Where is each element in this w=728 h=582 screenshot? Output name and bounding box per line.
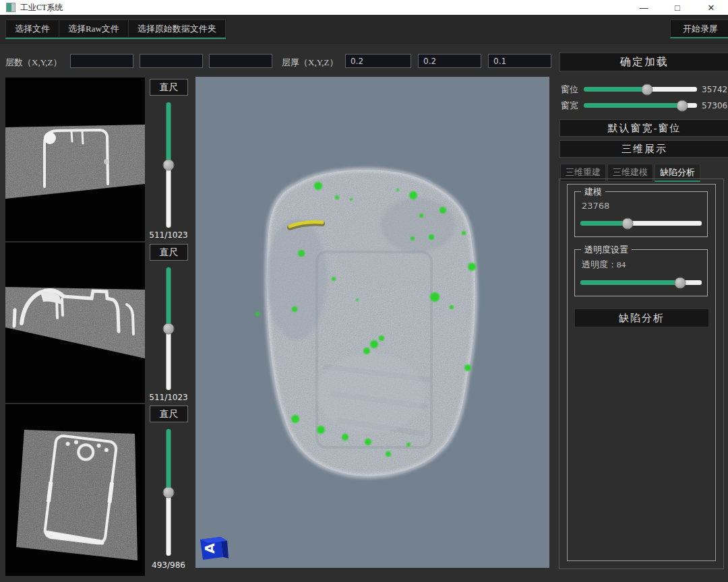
thickness-z-input[interactable] [488, 54, 551, 68]
layers-x-input[interactable] [70, 54, 133, 68]
orientation-cube[interactable]: A [200, 537, 229, 560]
main-toolbar: 选择文件 选择Raw文件 选择原始数据文件夹 开始录屏 [0, 15, 728, 44]
maximize-icon[interactable]: □ [661, 0, 694, 15]
select-file-button[interactable]: 选择文件 [5, 20, 59, 38]
volume-render: A [195, 77, 549, 568]
transparency-group: 透明度设置 透明度：84 [574, 249, 708, 296]
window-width-value: 57306 [702, 101, 727, 110]
slice-slider-handle-1[interactable] [163, 160, 175, 171]
ct-slice-image-3 [5, 404, 145, 576]
app-icon [6, 3, 16, 12]
start-record-button[interactable]: 开始录屏 [670, 20, 728, 38]
close-icon[interactable]: ✕ [694, 0, 728, 15]
slice-slider-value-3: 493/986 [147, 560, 190, 570]
confirm-load-button[interactable]: 确定加载 [559, 53, 728, 71]
window-title: 工业CT系统 [20, 2, 63, 13]
transparency-slider-handle[interactable] [674, 277, 686, 288]
ruler-button-1[interactable]: 直尺 [150, 79, 188, 96]
display-3d-button[interactable]: 三维展示 [559, 140, 728, 158]
modeling-group-title: 建模 [581, 186, 605, 198]
ruler-button-2[interactable]: 直尺 [150, 244, 188, 261]
ct-slice-image-2 [5, 243, 145, 403]
slice-slider-value-2: 511/1023 [147, 393, 190, 402]
window-level-handle[interactable] [642, 84, 653, 95]
layers-label: 层数（X,Y,Z） [5, 57, 62, 69]
slice-slider-value-1: 511/1023 [147, 230, 190, 240]
window-level-track[interactable] [584, 87, 697, 92]
ct-slice-view-1[interactable] [5, 77, 145, 241]
file-button-group: 选择文件 选择Raw文件 选择原始数据文件夹 [5, 20, 226, 39]
select-raw-folder-button[interactable]: 选择原始数据文件夹 [128, 20, 226, 38]
industrial-ct-app: { "window": { "title": "工业CT系统", "minimi… [0, 0, 728, 582]
defect-analysis-button[interactable]: 缺陷分析 [574, 309, 709, 327]
slice-slider-column-1: 直尺 511/1023 [147, 77, 190, 241]
modeling-slider[interactable] [580, 218, 702, 229]
orientation-cube-label: A [202, 543, 218, 554]
slice-slider-handle-2[interactable] [163, 323, 175, 335]
slice-slider-handle-3[interactable] [163, 487, 175, 498]
window-width-handle[interactable] [677, 100, 688, 111]
select-raw-file-button[interactable]: 选择Raw文件 [59, 20, 128, 38]
transparency-value: 透明度：84 [582, 259, 626, 271]
ct-slice-view-2[interactable] [5, 243, 145, 403]
ct-slice-image-1 [5, 77, 145, 241]
window-level-value: 35742 [702, 85, 727, 94]
ruler-button-3[interactable]: 直尺 [150, 406, 188, 422]
default-wl-button[interactable]: 默认窗宽-窗位 [559, 119, 728, 137]
viewport-3d[interactable]: A [195, 77, 549, 568]
ct-slice-view-3[interactable] [5, 404, 145, 576]
slice-slider-column-2: 直尺 511/1023 [147, 243, 190, 403]
modeling-value: 23768 [582, 201, 609, 211]
modeling-slider-track[interactable] [580, 221, 702, 226]
layers-z-input[interactable] [209, 54, 272, 68]
modeling-group: 建模 23768 [574, 191, 708, 237]
window-level-slider[interactable] [584, 84, 697, 95]
window-width-label: 窗宽 [561, 100, 578, 112]
transparency-slider[interactable] [580, 277, 702, 288]
transparency-group-title: 透明度设置 [581, 244, 632, 256]
minimize-icon[interactable]: — [627, 0, 661, 15]
modeling-slider-handle[interactable] [622, 218, 634, 229]
window-controls: — □ ✕ [627, 0, 728, 15]
window-width-slider[interactable] [584, 100, 697, 111]
thickness-y-input[interactable] [418, 54, 481, 68]
layers-y-input[interactable] [140, 54, 203, 68]
thickness-label: 层厚（X,Y,Z） [282, 57, 338, 69]
slice-slider-column-3: 直尺 493/986 [147, 404, 190, 576]
title-bar: 工业CT系统 — □ ✕ [0, 0, 728, 15]
tab-content-inner-frame [567, 184, 716, 561]
thickness-x-input[interactable] [345, 54, 411, 68]
window-level-label: 窗位 [561, 84, 578, 96]
